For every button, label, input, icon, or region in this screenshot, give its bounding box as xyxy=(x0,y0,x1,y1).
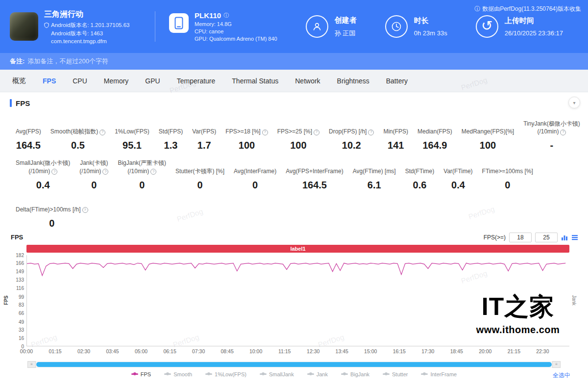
stat-value-ftime-ge-100ms: 0 xyxy=(482,180,533,191)
select-all-link[interactable]: 全选中 xyxy=(553,371,570,380)
help-icon[interactable]: ? xyxy=(82,207,88,213)
stat-smalljank: SmallJank(微小卡顿)(/10min)?0.4 xyxy=(16,159,70,190)
stat-delta-ftime: Delta(FTime)>100ms [/h]?0 xyxy=(16,199,88,229)
legend-label: Jank xyxy=(317,371,328,377)
duration-label: 时长 xyxy=(414,16,447,26)
device-cpu: CPU: canoe xyxy=(195,28,277,34)
legend-item-fps[interactable]: FPS xyxy=(131,371,151,377)
tab-battery[interactable]: Battery xyxy=(378,77,416,85)
stat-medrange-fps: MedRange(FPS)[%]100 xyxy=(462,121,514,151)
tab-gpu[interactable]: GPU xyxy=(137,77,168,85)
stat-value-stutter: 0 xyxy=(175,180,224,191)
table-view-icon[interactable] xyxy=(571,234,578,241)
device-block: PLK110 ⓘ Memory: 14.8G CPU: canoe GPU: Q… xyxy=(169,11,277,42)
android-version-name: Android版本名: 1.201.37105.63 xyxy=(51,22,129,29)
package-name: com.tencent.tmgp.dfm xyxy=(51,38,107,44)
help-icon[interactable]: ? xyxy=(314,130,319,135)
y-tick-label: 166 xyxy=(16,261,24,266)
x-tick-label: 10:00 xyxy=(249,348,262,354)
person-icon xyxy=(306,15,328,38)
legend-item-bigjank[interactable]: BigJank xyxy=(341,371,369,377)
creator-label: 创建者 xyxy=(335,16,357,25)
stat-value-fps-ge-25: 100 xyxy=(277,140,319,151)
bar-chart-icon[interactable] xyxy=(561,234,568,241)
stat-var-ftime: Var(FTime)0.4 xyxy=(443,160,472,191)
device-info-icon[interactable]: ⓘ xyxy=(223,12,229,19)
stat-jank: Jank(卡顿)(/10min)?0 xyxy=(79,159,108,190)
y-axis-title-right: Jank xyxy=(571,295,577,306)
legend-marker xyxy=(307,373,314,375)
legend-label: Smooth xyxy=(173,371,192,377)
chart-label-bar: label1 xyxy=(26,245,569,253)
note-bar[interactable]: 备注: 添加备注，不超过200个字符 xyxy=(0,53,588,70)
tab-cpu[interactable]: CPU xyxy=(64,77,96,85)
x-tick-label: 11:15 xyxy=(278,348,291,354)
y-axis: 1821661491331169983664933160 xyxy=(10,255,25,346)
tab-overview[interactable]: 概览 xyxy=(4,77,34,85)
x-tick-label: 17:30 xyxy=(421,348,434,354)
clock-icon xyxy=(385,15,408,38)
scrollbar-thumb[interactable] xyxy=(36,362,552,367)
help-icon[interactable]: ? xyxy=(99,130,105,135)
help-icon[interactable]: ? xyxy=(150,169,156,175)
chart-scrollbar: ≡ ≡ xyxy=(27,361,561,368)
help-icon[interactable]: ? xyxy=(560,130,566,135)
stat-value-std-ftime: 0.6 xyxy=(405,180,435,191)
y-axis-title: FPS xyxy=(3,296,9,305)
stat-value-smalljank: 0.4 xyxy=(16,180,70,191)
legend-label: SmallJank xyxy=(269,371,294,377)
legend-marker xyxy=(260,373,267,375)
fps-series-line xyxy=(27,263,565,275)
legend-item-interframe[interactable]: InterFrame xyxy=(421,371,457,377)
tab-memory[interactable]: Memory xyxy=(96,77,137,85)
tab-temperature[interactable]: Temperature xyxy=(169,77,224,85)
tab-thermal-status[interactable]: Thermal Status xyxy=(223,77,287,85)
collapse-section-button[interactable]: ▾ xyxy=(568,97,580,108)
stat-median-fps: Median(FPS)164.9 xyxy=(417,121,452,151)
y-tick-label: 182 xyxy=(16,252,24,258)
android-version-code: Android版本号: 1463 xyxy=(51,30,103,37)
stat-value-drop-fps: 10.2 xyxy=(329,140,374,151)
legend-item-jank[interactable]: Jank xyxy=(307,371,328,377)
legend-label: InterFrame xyxy=(430,371,457,377)
device-model: PLK110 xyxy=(195,11,221,20)
help-icon[interactable]: ? xyxy=(51,169,57,175)
legend-marker xyxy=(341,373,348,375)
info-icon[interactable]: ⓘ xyxy=(474,5,480,13)
tab-network[interactable]: Network xyxy=(287,77,328,85)
fps-threshold-input-1[interactable] xyxy=(509,233,532,242)
tab-fps[interactable]: FPS xyxy=(34,77,64,85)
x-axis: 00:0001:1502:3003:4505:0006:1507:3008:45… xyxy=(26,348,569,356)
stat-value-smooth: 0.5 xyxy=(50,140,105,151)
stat-value-min-fps: 141 xyxy=(383,140,408,151)
help-icon[interactable]: ? xyxy=(102,169,108,175)
tab-brightness[interactable]: Brightness xyxy=(329,77,378,85)
legend-item-smooth[interactable]: Smooth xyxy=(164,371,192,377)
legend-marker xyxy=(131,373,138,375)
fps-threshold-input-2[interactable] xyxy=(535,233,558,242)
history-clock-icon: ↺ xyxy=(476,15,498,38)
legend-item-smalljank[interactable]: SmallJank xyxy=(260,371,294,377)
help-icon[interactable]: ? xyxy=(368,130,374,135)
legend-item-stutter[interactable]: Stutter xyxy=(383,371,408,377)
stat-value-avg-fps: 164.5 xyxy=(16,140,41,151)
chart-legend: FPSSmooth1%Low(FPS)SmallJankJankBigJankS… xyxy=(0,371,588,377)
stat-avg-interframe: Avg(InterFrame)0 xyxy=(234,160,276,191)
x-tick-label: 18:45 xyxy=(450,348,463,354)
legend-label: BigJank xyxy=(350,371,369,377)
game-icon xyxy=(10,12,38,41)
help-icon[interactable]: ? xyxy=(262,130,268,135)
device-gpu: GPU: Qualcomm Adreno (TM) 840 xyxy=(195,36,277,42)
legend-item-low1pct[interactable]: 1%Low(FPS) xyxy=(205,371,246,377)
x-tick-label: 12:30 xyxy=(307,348,319,354)
stat-min-fps: Min(FPS)141 xyxy=(383,121,408,151)
stat-var-fps: Var(FPS)1.7 xyxy=(192,121,216,151)
stat-value-medrange-fps: 100 xyxy=(462,140,514,151)
scrollbar-left-handle[interactable]: ≡ xyxy=(27,361,36,368)
scrollbar-right-handle[interactable]: ≡ xyxy=(552,361,561,368)
fps-plot-area[interactable]: 1821661491331169983664933160 FPS Jank xyxy=(26,255,569,346)
stat-avg-ftime: Avg(FTime) [ms]6.1 xyxy=(353,160,396,191)
scrollbar-track[interactable] xyxy=(36,361,552,368)
game-name: 三角洲行动 xyxy=(44,9,129,20)
duration-value: 0h 23m 33s xyxy=(414,29,447,37)
